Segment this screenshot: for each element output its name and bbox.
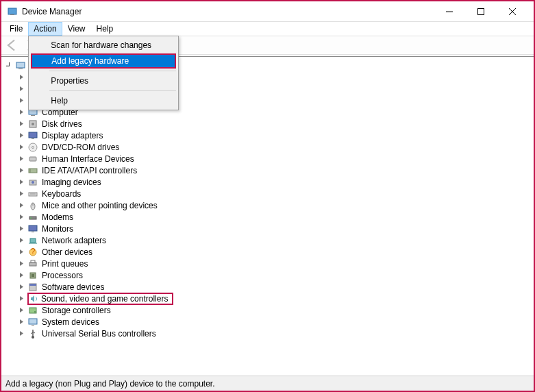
system-icon — [27, 317, 38, 328]
svg-rect-6 — [16, 62, 25, 68]
tree-node[interactable]: Human Interface Devices — [18, 153, 530, 164]
svg-rect-36 — [29, 262, 36, 266]
expand-icon[interactable] — [18, 190, 25, 197]
storage-icon — [27, 305, 38, 316]
svg-rect-3 — [478, 8, 484, 14]
svg-rect-30 — [29, 225, 37, 231]
tree-node[interactable]: Mice and other pointing devices — [18, 199, 530, 211]
menu-view[interactable]: View — [62, 22, 91, 36]
menu-file[interactable]: File — [4, 22, 28, 36]
svg-rect-37 — [31, 260, 35, 262]
cpu-icon — [27, 270, 38, 281]
menu-add-legacy-hardware[interactable]: Add legacy hardware — [31, 53, 176, 69]
usb-icon — [27, 328, 38, 339]
svg-rect-39 — [32, 274, 34, 277]
tree-node[interactable]: IDE ATA/ATAPI controllers — [18, 164, 530, 176]
other-icon: ? — [27, 247, 38, 258]
tree-node[interactable]: Modems — [18, 211, 530, 223]
menu-separator — [49, 71, 176, 71]
tree-node-label: Mice and other pointing devices — [40, 201, 159, 210]
svg-rect-15 — [29, 132, 37, 138]
expand-icon[interactable] — [18, 330, 25, 337]
app-icon — [7, 6, 18, 17]
expand-icon[interactable] — [5, 62, 13, 69]
highlighted-node[interactable]: Sound, video and game controllers — [27, 293, 173, 305]
tree-node-label: DVD/CD-ROM drives — [40, 143, 121, 152]
tree-node[interactable]: Universal Serial Bus controllers — [18, 328, 530, 339]
expand-icon[interactable] — [18, 213, 25, 221]
action-dropdown: Scan for hardware changes Add legacy har… — [28, 36, 179, 110]
menu-action[interactable]: Action Scan for hardware changes Add leg… — [28, 22, 62, 36]
expand-icon[interactable] — [18, 248, 25, 256]
tree-node[interactable]: Display adapters — [18, 130, 530, 141]
svg-point-14 — [32, 123, 34, 125]
expand-icon[interactable] — [18, 120, 25, 127]
window-controls — [434, 2, 528, 21]
modem-icon — [27, 212, 38, 223]
window-title: Device Manager — [22, 7, 434, 16]
tree-node-label: Print queues — [40, 259, 89, 269]
sound-icon — [29, 293, 40, 304]
expand-icon[interactable] — [18, 318, 25, 326]
tree-node[interactable]: Disk drives — [18, 118, 530, 130]
tree-node[interactable]: Imaging devices — [18, 176, 530, 188]
expand-icon[interactable] — [18, 225, 25, 232]
expand-icon[interactable] — [18, 283, 25, 291]
menu-help[interactable]: Help — [30, 93, 177, 108]
tree-node[interactable]: Monitors — [18, 223, 530, 234]
svg-rect-31 — [32, 232, 34, 232]
tree-node-label: Other devices — [40, 247, 94, 257]
svg-rect-7 — [18, 69, 23, 69]
expand-icon[interactable] — [18, 132, 25, 139]
tree-node-label: Human Interface Devices — [40, 154, 136, 164]
menu-help[interactable]: Help — [91, 22, 119, 36]
svg-rect-0 — [8, 8, 16, 14]
back-button[interactable] — [4, 37, 21, 53]
display-icon — [27, 130, 38, 141]
tree-node-label: Disk drives — [40, 119, 84, 129]
expand-icon[interactable] — [18, 295, 25, 302]
tree-node[interactable]: ?Other devices — [18, 246, 530, 258]
tree-node[interactable]: Print queues — [18, 258, 530, 269]
expand-icon[interactable] — [18, 73, 25, 81]
keyboard-icon — [27, 188, 38, 199]
expand-icon[interactable] — [18, 97, 25, 104]
minimize-button[interactable] — [434, 2, 465, 21]
tree-node[interactable]: Storage controllers — [18, 304, 530, 316]
expand-icon[interactable] — [18, 201, 25, 209]
tree-node-label: Universal Serial Bus controllers — [40, 329, 158, 339]
tree-node[interactable]: Software devices — [18, 281, 530, 293]
tree-node-label: Imaging devices — [40, 177, 103, 187]
expand-icon[interactable] — [18, 236, 25, 244]
expand-icon[interactable] — [18, 167, 25, 174]
expand-icon[interactable] — [18, 155, 25, 162]
expand-icon[interactable] — [18, 271, 25, 279]
tree-node[interactable]: Sound, video and game controllers — [18, 293, 530, 304]
tree-node[interactable]: Processors — [18, 269, 530, 281]
close-button[interactable] — [497, 2, 528, 21]
software-icon — [27, 282, 38, 293]
tree-node[interactable]: DVD/CD-ROM drives — [18, 141, 530, 153]
printer-icon — [27, 258, 38, 269]
svg-point-18 — [32, 146, 34, 148]
tree-node[interactable]: Keyboards — [18, 188, 530, 199]
tree-node[interactable]: Network adapters — [18, 234, 530, 246]
tree-node-label: Display adapters — [40, 131, 104, 140]
menu-properties[interactable]: Properties — [30, 73, 177, 88]
expand-icon[interactable] — [18, 143, 25, 151]
tree-node-label: Modems — [40, 212, 75, 222]
imaging-icon — [27, 177, 38, 188]
svg-rect-16 — [32, 138, 34, 139]
svg-rect-41 — [29, 284, 36, 286]
tree-node[interactable]: System devices — [18, 316, 530, 328]
expand-icon[interactable] — [18, 85, 25, 93]
svg-rect-12 — [31, 115, 35, 116]
expand-icon[interactable] — [18, 108, 25, 116]
expand-icon[interactable] — [18, 306, 25, 314]
expand-icon[interactable] — [18, 178, 25, 186]
expand-icon[interactable] — [18, 260, 25, 267]
menu-scan-hardware[interactable]: Scan for hardware changes — [30, 38, 177, 53]
menubar: File Action Scan for hardware changes Ad… — [1, 22, 534, 36]
maximize-button[interactable] — [465, 2, 497, 21]
network-icon — [27, 235, 38, 246]
